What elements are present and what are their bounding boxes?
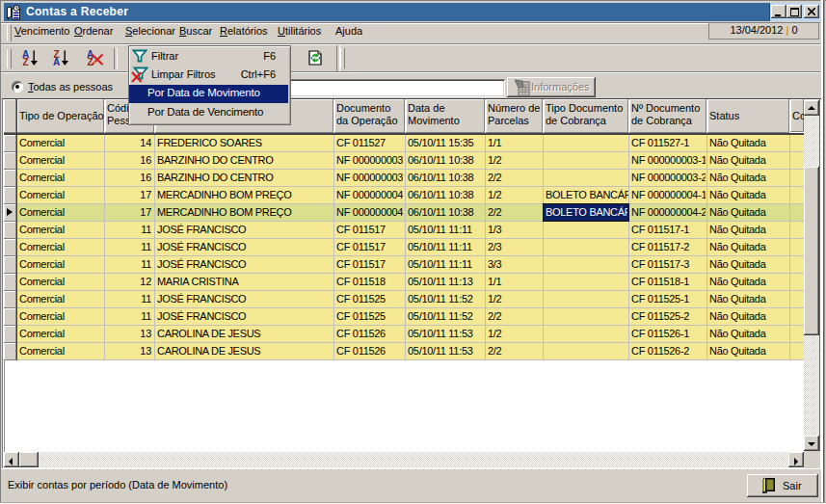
svg-text:Z: Z <box>88 57 93 66</box>
svg-text:Z: Z <box>23 57 29 66</box>
svg-text:A: A <box>53 57 60 66</box>
